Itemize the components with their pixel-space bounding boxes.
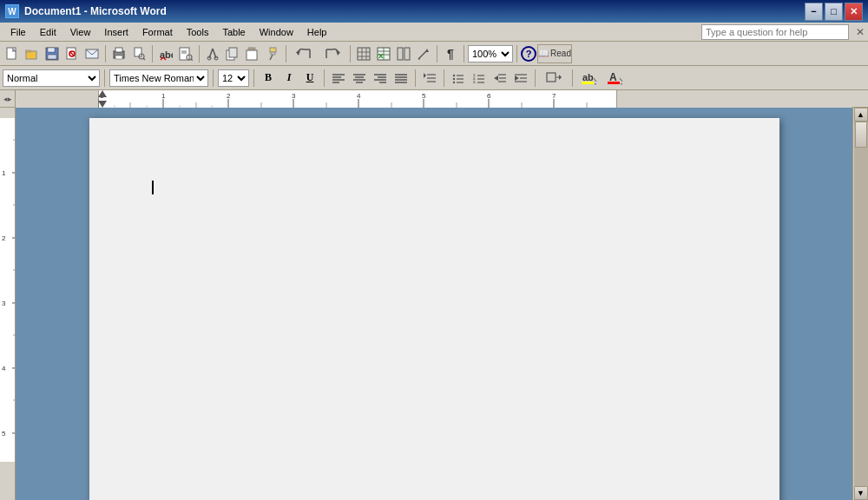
font-select[interactable]: Times New Roman Arial Calibri [109,69,208,87]
svg-text:2: 2 [227,92,231,100]
help-close-icon[interactable]: ✕ [856,26,865,38]
format-painter-button[interactable] [263,44,282,63]
align-left-button[interactable] [329,69,348,88]
size-control: 12 10 14 16 [218,69,249,87]
help-button[interactable]: ? [521,46,536,62]
vertical-scrollbar[interactable]: ▲ ▼ [852,108,868,500]
undo-button[interactable] [290,44,318,63]
scroll-down-button[interactable]: ▼ [854,486,868,500]
drawing-button[interactable] [414,44,433,63]
svg-rect-27 [229,48,237,57]
paragraph-marks-button[interactable]: ¶ [441,44,460,63]
menu-tools[interactable]: Tools [180,23,216,41]
underline-button[interactable]: U [300,69,319,88]
menu-help[interactable]: Help [300,23,334,41]
justify-button[interactable] [391,69,411,88]
permission-button[interactable] [62,44,82,63]
svg-rect-17 [180,48,189,60]
save-button[interactable] [43,44,62,63]
columns-button[interactable] [394,44,413,63]
toolbar-separator-8 [516,45,517,62]
svg-rect-40 [358,48,370,60]
copy-button[interactable] [223,44,242,63]
italic-button[interactable]: I [279,69,299,88]
cut-button[interactable] [203,44,222,63]
border-button[interactable] [540,69,568,88]
maximize-button[interactable]: □ [825,3,843,21]
svg-rect-51 [404,48,410,60]
scroll-up-button[interactable]: ▲ [854,108,868,122]
svg-rect-31 [270,48,276,52]
menu-view[interactable]: View [63,23,98,41]
research-button[interactable] [176,44,195,63]
svg-text:4: 4 [357,92,361,100]
open-button[interactable] [23,44,42,63]
bullets-button[interactable] [449,69,468,88]
read-button[interactable]: 📖 Read [537,44,572,63]
open-icon [25,47,39,61]
spelling-button[interactable]: abc [156,44,175,63]
increase-indent-button[interactable] [511,69,530,88]
redo-button[interactable] [319,44,346,63]
menu-table[interactable]: Table [215,23,252,41]
line-spacing-icon [424,72,436,84]
format-sep-3 [253,69,254,87]
zoom-select[interactable]: 100% 75% 150% [468,45,513,62]
font-color-button[interactable]: A [603,69,628,88]
format-sep-6 [444,69,444,87]
format-sep-4 [324,69,325,87]
justify-icon [395,73,407,83]
decrease-indent-button[interactable] [490,69,510,88]
insert-table-icon [357,47,371,61]
scroll-thumb[interactable] [855,122,867,148]
align-right-icon [374,73,386,83]
numbering-button[interactable]: 1. 2. 3. [470,69,489,88]
font-color-icon: A [608,71,623,85]
insert-table-button[interactable] [354,44,373,63]
size-select[interactable]: 12 10 14 16 [218,69,249,87]
close-button[interactable]: ✕ [845,3,863,21]
align-right-button[interactable] [371,69,390,88]
insert-excel-icon: X [377,47,391,61]
svg-text:3: 3 [292,92,296,100]
svg-text:6: 6 [487,92,491,100]
research-icon [179,47,193,61]
line-spacing-button[interactable] [420,69,439,88]
print-icon [112,47,126,61]
toolbar-separator-1 [105,45,106,62]
svg-line-19 [191,59,193,61]
menu-edit[interactable]: Edit [33,23,63,41]
email-button[interactable] [82,44,102,63]
ruler-container: ◂▸ 1 1 2 3 4 5 6 [0,90,868,108]
menu-format[interactable]: Format [135,23,180,41]
permission-icon [65,47,79,61]
title-bar-left: W Document1 - Microsoft Word [5,4,167,18]
print-button[interactable] [109,44,128,63]
align-center-button[interactable] [350,69,369,88]
svg-rect-11 [115,48,122,52]
help-search-input[interactable] [701,24,849,40]
new-button[interactable] [3,44,22,63]
scroll-track[interactable] [854,122,868,486]
menu-insert[interactable]: Insert [97,23,135,41]
menu-window[interactable]: Window [253,23,300,41]
format-toolbar: Normal Heading 1 Heading 2 Times New Rom… [0,66,868,90]
drawing-icon [417,47,431,61]
toolbar-separator-3 [199,45,200,62]
document-area[interactable] [16,108,852,500]
menu-file[interactable]: File [3,23,33,41]
bold-button[interactable]: B [259,69,278,88]
print-preview-button[interactable] [129,44,148,63]
svg-marker-135 [98,101,107,108]
new-icon [5,47,19,61]
insert-excel-button[interactable]: X [374,44,393,63]
svg-rect-2 [26,50,30,52]
highlight-button[interactable]: ab [577,69,602,88]
document-page[interactable] [89,118,779,500]
minimize-button[interactable]: − [805,3,823,21]
svg-marker-97 [559,75,562,80]
svg-text:2: 2 [2,234,6,242]
paste-button[interactable] [243,44,262,63]
style-select[interactable]: Normal Heading 1 Heading 2 [3,69,100,87]
zoom-control: 100% 75% 150% [468,45,513,62]
